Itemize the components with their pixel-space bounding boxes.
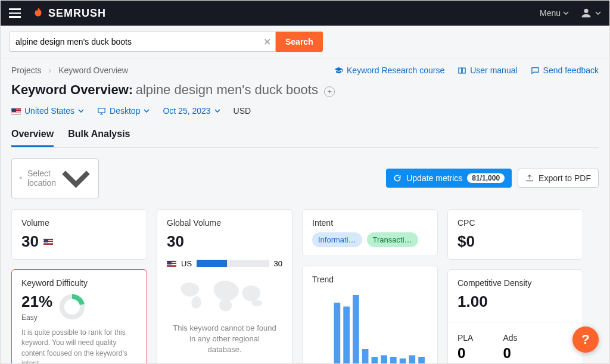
svg-rect-0 <box>98 108 105 113</box>
us-flag-icon <box>43 238 53 245</box>
select-location-dropdown[interactable]: Select location <box>11 158 99 198</box>
location-pin-icon <box>19 174 23 182</box>
keyword-difficulty-card: Keyword Difficulty 21% Easy It is quite … <box>11 269 147 364</box>
search-bar: ✕ Search <box>1 26 609 58</box>
volume-value: 30 <box>21 232 137 251</box>
ads-label: Ads <box>503 333 517 343</box>
user-icon <box>580 7 593 20</box>
currency-label: USD <box>234 106 251 116</box>
cpc-card: CPC $0 <box>447 209 583 260</box>
volume-card: Volume 30 <box>11 209 147 260</box>
cpc-label: CPC <box>458 218 573 228</box>
upload-icon <box>525 174 534 182</box>
chevron-down-icon <box>78 108 84 114</box>
tab-bar: Overview Bulk Analysis <box>11 129 599 148</box>
update-metrics-button[interactable]: Update metrics 81/1,000 <box>386 169 512 188</box>
gv-bar <box>197 260 269 267</box>
svg-point-5 <box>252 300 263 307</box>
tab-overview[interactable]: Overview <box>11 129 54 147</box>
kd-description: It is quite possible to rank for this ke… <box>21 328 137 364</box>
user-manual-link[interactable]: User manual <box>458 66 517 75</box>
chevron-down-icon <box>214 108 220 114</box>
page-title-row: Keyword Overview: alpine design men's du… <box>11 82 599 98</box>
svg-rect-14 <box>390 357 397 364</box>
us-flag-icon <box>167 260 176 267</box>
toolbar: Select location Update metrics 81/1,000 … <box>11 158 599 198</box>
kd-donut-icon <box>58 293 86 321</box>
keyword-research-course-link[interactable]: Keyword Research course <box>334 66 444 75</box>
gv-label: Global Volume <box>167 218 282 228</box>
export-pdf-button[interactable]: Export to PDF <box>518 169 599 188</box>
gv-note: This keyword cannot be found in any othe… <box>167 323 282 356</box>
world-map-icon <box>167 274 282 316</box>
chevron-down-icon <box>144 108 150 114</box>
page-title: Keyword Overview: <box>11 82 133 97</box>
brand-logo[interactable]: SEMRUSH <box>32 7 106 20</box>
gv-value: 30 <box>167 232 282 251</box>
cpc-value: $0 <box>458 232 573 251</box>
flame-icon <box>32 7 45 20</box>
desktop-icon <box>97 107 106 116</box>
help-links: Keyword Research course User manual Send… <box>334 66 599 75</box>
pla-label: PLA <box>458 333 473 343</box>
refresh-icon <box>393 174 402 182</box>
search-button[interactable]: Search <box>276 32 323 52</box>
breadcrumb-current: Keyword Overview <box>58 66 128 75</box>
brand-text: SEMRUSH <box>48 7 106 20</box>
global-volume-card: Global Volume 30 US 30 <box>157 209 292 364</box>
svg-rect-8 <box>334 303 341 364</box>
svg-rect-10 <box>353 295 359 364</box>
intent-badge-informational: Informati… <box>312 232 362 247</box>
chevron-down-icon <box>61 163 91 194</box>
trend-label: Trend <box>312 275 428 284</box>
intent-badge-transactional: Transacti… <box>367 232 418 247</box>
page-title-keyword: alpine design men's duck boots <box>136 82 318 97</box>
filter-row: United States Desktop Oct 25, 2023 USD <box>11 106 599 116</box>
device-filter[interactable]: Desktop <box>97 106 150 116</box>
svg-rect-12 <box>372 357 378 364</box>
cd-label: Competitive Density <box>458 278 573 288</box>
cd-value: 1.00 <box>458 293 573 311</box>
svg-rect-9 <box>343 306 350 364</box>
intent-card: Intent Informati… Transacti… <box>302 209 438 256</box>
top-bar: SEMRUSH Menu <box>1 1 609 26</box>
trend-bar-chart <box>312 295 428 364</box>
chevron-down-icon <box>563 10 569 16</box>
chat-icon <box>531 66 540 75</box>
keyword-search-input[interactable] <box>9 32 276 52</box>
add-keyword-button[interactable]: + <box>324 86 335 97</box>
chevron-down-icon <box>595 10 601 16</box>
volume-label: Volume <box>21 218 137 228</box>
breadcrumb-root[interactable]: Projects <box>11 66 42 75</box>
send-feedback-link[interactable]: Send feedback <box>531 66 599 75</box>
book-icon <box>458 66 466 75</box>
kd-level: Easy <box>21 313 52 322</box>
pla-value: 0 <box>458 345 473 362</box>
svg-rect-11 <box>362 349 369 364</box>
competitive-density-card: Competitive Density 1.00 PLA 0 Ads 0 <box>447 269 583 364</box>
kd-label: Keyword Difficulty <box>21 278 137 288</box>
country-filter[interactable]: United States <box>11 106 84 116</box>
svg-point-2 <box>20 178 21 178</box>
menu-dropdown[interactable]: Menu <box>540 8 569 18</box>
metrics-quota-pill: 81/1,000 <box>467 173 505 183</box>
graduation-cap-icon <box>334 66 343 75</box>
trend-card: Trend <box>302 266 438 364</box>
help-fab-button[interactable]: ? <box>572 326 599 353</box>
clear-input-icon[interactable]: ✕ <box>263 36 271 48</box>
tab-bulk-analysis[interactable]: Bulk Analysis <box>68 129 130 147</box>
chevron-right-icon: › <box>49 66 52 75</box>
svg-rect-15 <box>400 359 406 364</box>
svg-rect-17 <box>418 357 425 364</box>
intent-label: Intent <box>312 218 428 228</box>
gv-country-row: US 30 <box>167 259 282 268</box>
breadcrumb: Projects › Keyword Overview <box>11 66 128 75</box>
date-filter[interactable]: Oct 25, 2023 <box>163 106 220 116</box>
kd-value: 21% <box>21 293 52 311</box>
svg-rect-13 <box>381 355 387 364</box>
ads-value: 0 <box>503 345 517 362</box>
us-flag-icon <box>11 108 21 114</box>
hamburger-menu[interactable] <box>9 8 21 18</box>
user-menu[interactable] <box>580 7 601 20</box>
svg-rect-16 <box>409 355 416 364</box>
